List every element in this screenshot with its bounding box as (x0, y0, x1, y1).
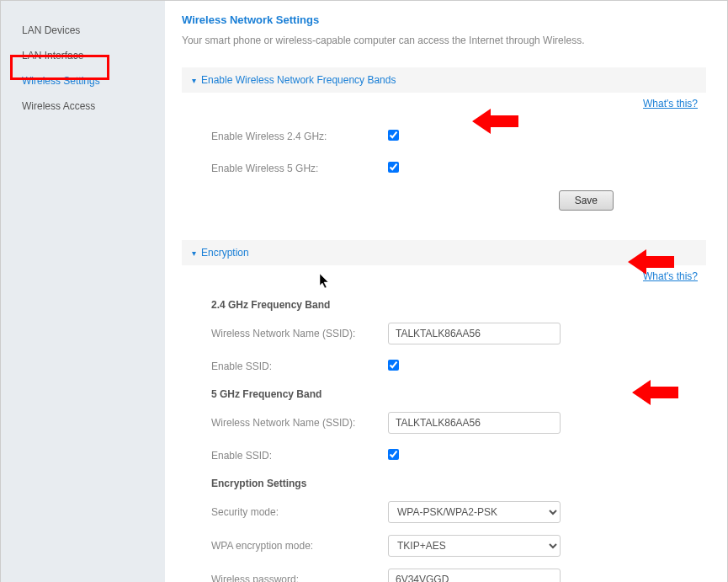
label-enable-ssid-5: Enable SSID: (211, 450, 388, 462)
label-wireless-password: Wireless password: (211, 574, 388, 582)
main-content: Wireless Network Settings Your smart pho… (165, 1, 727, 582)
label-ssid-24: Wireless Network Name (SSID): (211, 328, 388, 339)
select-security-mode[interactable]: WPA-PSK/WPA2-PSK (388, 501, 561, 523)
label-ssid-5: Wireless Network Name (SSID): (211, 417, 388, 429)
label-enable-5ghz: Enable Wireless 5 GHz: (211, 163, 388, 174)
section-title-encryption: Encryption (201, 247, 249, 259)
collapse-arrow-icon: ▾ (192, 76, 196, 85)
input-ssid-5[interactable] (388, 412, 561, 434)
label-enable-24ghz: Enable Wireless 2.4 GHz: (211, 131, 388, 142)
label-enable-ssid-24: Enable SSID: (211, 360, 388, 372)
input-ssid-24[interactable] (388, 323, 561, 344)
checkbox-enable-5ghz[interactable] (388, 162, 399, 173)
section-encryption: ▾ Encryption What's this? 2.4 GHz Freque… (182, 240, 706, 582)
checkbox-enable-24ghz[interactable] (388, 130, 399, 141)
sidebar-item-wireless-access[interactable]: Wireless Access (1, 93, 165, 119)
section-frequency-bands: ▾ Enable Wireless Network Frequency Band… (182, 67, 706, 219)
save-button-bands[interactable]: Save (559, 190, 614, 211)
sidebar-item-lan-interface[interactable]: LAN Interface (1, 43, 165, 68)
heading-encryption-settings: Encryption Settings (211, 478, 698, 489)
sidebar-item-wireless-settings[interactable]: Wireless Settings (1, 68, 165, 93)
checkbox-enable-ssid-5[interactable] (388, 449, 399, 460)
page-description: Your smart phone or wireless-capable com… (182, 35, 706, 46)
heading-24ghz-band: 2.4 GHz Frequency Band (211, 299, 698, 311)
heading-5ghz-band: 5 GHz Frequency Band (211, 388, 698, 400)
section-header-encryption[interactable]: ▾ Encryption (182, 240, 706, 265)
sidebar: LAN Devices LAN Interface Wireless Setti… (1, 1, 165, 582)
section-header-bands[interactable]: ▾ Enable Wireless Network Frequency Band… (182, 67, 706, 93)
input-wireless-password[interactable] (388, 569, 561, 582)
section-title-bands: Enable Wireless Network Frequency Bands (201, 74, 396, 86)
label-wpa-mode: WPA encryption mode: (211, 540, 388, 552)
page-title: Wireless Network Settings (182, 13, 706, 26)
collapse-arrow-icon: ▾ (192, 248, 196, 258)
checkbox-enable-ssid-24[interactable] (388, 360, 399, 371)
whats-this-link-encryption[interactable]: What's this? (643, 270, 698, 282)
select-wpa-mode[interactable]: TKIP+AES (388, 535, 561, 557)
whats-this-link-bands[interactable]: What's this? (643, 98, 698, 109)
sidebar-item-lan-devices[interactable]: LAN Devices (1, 18, 165, 43)
label-security-mode: Security mode: (211, 506, 388, 518)
